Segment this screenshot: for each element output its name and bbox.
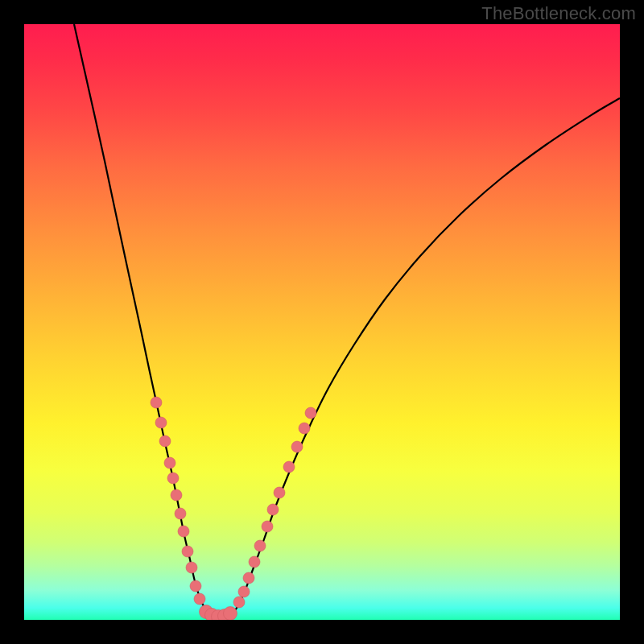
curve-left-branch (74, 24, 209, 614)
bottleneck-curve (24, 24, 620, 620)
data-dot (267, 504, 279, 515)
data-dot (194, 593, 205, 605)
data-dot (274, 487, 285, 498)
data-dot (167, 473, 179, 484)
chart-frame: TheBottleneck.com (0, 0, 644, 644)
data-dot (238, 586, 250, 597)
data-dot (186, 562, 197, 573)
data-dot (249, 556, 260, 568)
data-dot (155, 417, 167, 428)
data-dot (283, 461, 295, 473)
data-dot (305, 407, 316, 419)
data-dot (299, 423, 310, 434)
data-dot (243, 572, 254, 584)
data-dot (164, 457, 175, 469)
plot-area (24, 24, 620, 620)
data-dot (262, 521, 273, 532)
data-dot (224, 607, 237, 621)
watermark-text: TheBottleneck.com (481, 3, 636, 24)
data-dot (175, 508, 186, 519)
data-dot (190, 580, 201, 592)
data-dot (159, 436, 171, 447)
curve-right-branch (232, 98, 620, 614)
data-dot (254, 540, 266, 551)
data-dots (151, 397, 316, 620)
data-dot (233, 597, 245, 608)
data-dot (182, 546, 193, 557)
data-dot (178, 526, 189, 537)
data-dot (171, 489, 182, 501)
data-dot (151, 397, 162, 408)
data-dot (291, 441, 303, 452)
